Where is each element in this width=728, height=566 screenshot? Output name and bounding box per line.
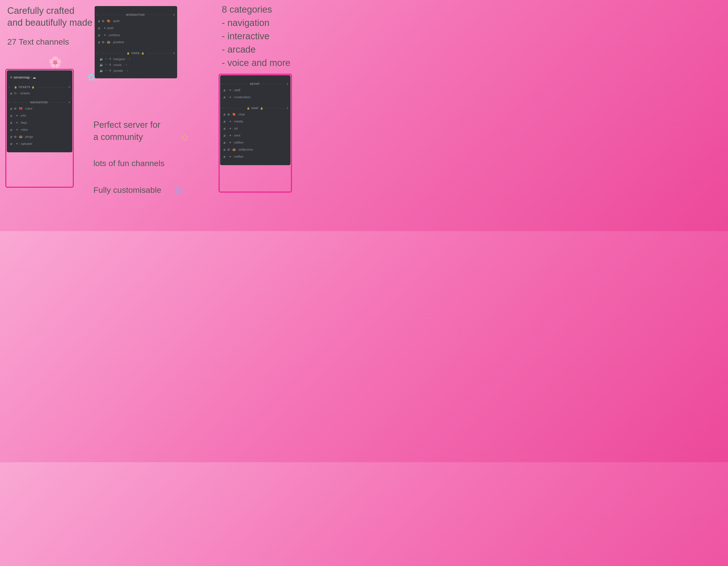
plus-chat[interactable]: + <box>286 106 289 110</box>
category-interactive: › INTERACTIVE! + <box>95 9 177 18</box>
tickets-label: TICKETS <box>18 86 30 89</box>
interactive-label: INTERACTIVE! <box>126 13 145 16</box>
hash-vent: # <box>223 133 225 138</box>
confess-icons: · ✦ · <box>102 33 108 37</box>
hash-qotd: # <box>98 19 100 24</box>
aotd-name: aotd <box>107 26 113 31</box>
plus-interactive[interactable]: + <box>173 13 175 17</box>
channel-pings: # ✿ · 🍩 · pings <box>7 133 72 140</box>
hash-selfies2: # <box>223 154 225 159</box>
headline-line1: Carefully crafted <box>7 6 74 16</box>
staff-icons: · ✦ · <box>227 88 233 92</box>
hash-roles: # <box>10 127 12 132</box>
vol-private: 🔉 <box>99 69 104 73</box>
channel-staff: # · ✦ · staff <box>220 87 290 94</box>
channel-uploads: # · ✦ · uploads <box>7 140 72 148</box>
right-list-item3: - arcade <box>222 44 256 55</box>
lock-icon-tickets2: 🔒 <box>32 86 35 89</box>
category-tickets: › 🔒 TICKETS 🔒 + <box>7 82 72 90</box>
uploads-icons: · ✦ · <box>14 142 20 146</box>
voice-music: 🔉 └─ 9 · music · ♀ <box>95 62 177 68</box>
hash-staff: # <box>223 88 225 93</box>
music-suffix: · ♀ <box>124 63 128 66</box>
channel-art: # · ✦ · art <box>220 125 290 132</box>
right-list-item2: - interactive <box>222 31 269 41</box>
spacer-setup-left <box>225 84 248 84</box>
category-voice: › 🔒 VOICE 🔒 + <box>95 48 177 56</box>
right-list-title: 8 categories <box>222 4 272 15</box>
chevron-tickets: › <box>9 86 10 88</box>
spacer-nav-right <box>50 102 66 103</box>
channel-vent: # · ✦ · vent <box>220 132 290 139</box>
hash-confess: # <box>98 33 100 38</box>
pings-icons: ✿ · 🍩 · <box>14 135 24 139</box>
channel-media: # · ✦ · media <box>220 118 290 125</box>
voice-label: VOICE <box>131 52 140 55</box>
spacer-tickets <box>37 87 66 87</box>
lock-chat2: 🔒 <box>260 107 263 110</box>
channel-positive: # ✿ · 🍩 · positive <box>95 39 177 46</box>
spacer-setup-right <box>262 84 284 84</box>
lock-voice2: 🔒 <box>141 52 144 55</box>
lock-voice: 🔒 <box>127 52 130 55</box>
private-suffix: · ♀ <box>125 69 129 72</box>
vol-hangout: 🔉 <box>99 57 104 61</box>
navigation-label: NAVIGATION! <box>30 101 48 104</box>
rules-icons: ✿ · 🎀 · <box>14 107 24 111</box>
moderation-name: moderation <box>234 95 251 100</box>
channel-aotd: # · ✦ aotd <box>95 25 177 32</box>
hash-tickets: # <box>10 91 12 96</box>
panel-right: › SETUP! + # · ✦ · staff # · ✦ · moderat… <box>220 75 290 165</box>
uploads-name: uploads <box>21 142 32 146</box>
servermap-label: servermap · ☁ <box>14 75 36 79</box>
chat-name: chat <box>239 112 245 117</box>
plus-tickets[interactable]: + <box>68 85 70 89</box>
setup-label: SETUP! <box>250 82 260 85</box>
servermap-row: # servermap · ☁ <box>7 74 72 81</box>
selfpromo-icons: ✿ · 🍩 · <box>227 148 238 152</box>
plus-setup[interactable]: + <box>286 82 289 86</box>
chevron-interactive: › <box>97 14 98 16</box>
lock-icon-tickets: 🔒 <box>14 86 17 89</box>
pings-name: pings <box>25 135 33 139</box>
flower-deco-1: 🌸 <box>49 56 62 68</box>
hash-chat: # <box>223 112 225 117</box>
chevron-nav: › <box>9 101 10 104</box>
voice-hangout: 🔉 └─ 9 · hangout · ♀ <box>95 56 177 62</box>
hash-pings: # <box>10 134 12 140</box>
center-text: Perfect server for a community <box>93 119 160 143</box>
chat-icons: ✿ · 🍓 · <box>227 113 238 117</box>
category-navigation: › NAVIGATION! + <box>7 97 72 105</box>
center-line2: a community <box>93 132 143 142</box>
channel-confess: # · ✦ · confess <box>95 32 177 39</box>
chat-label: CHAT <box>251 107 258 110</box>
category-setup: › SETUP! + <box>220 79 290 87</box>
arrow-hangout: └─ <box>105 58 108 60</box>
channel-chat: # ✿ · 🍓 · chat <box>220 111 290 118</box>
hash-aotd: # <box>98 26 100 31</box>
selfies-icons: · ✦ · <box>227 141 233 145</box>
arrow-private: └─ <box>105 69 108 72</box>
panel-center: › INTERACTIVE! + # ✿ · 🍓 · qotd # · ✦ ao… <box>95 6 177 78</box>
panel-left: # servermap · ☁ › 🔒 TICKETS 🔒 + # 9♀ · t… <box>7 70 72 152</box>
art-icons: · ✦ · <box>227 127 233 131</box>
aotd-icons: · ✦ <box>102 26 106 30</box>
center-text3: Fully customisable <box>93 184 161 196</box>
plus-nav[interactable]: + <box>68 100 70 104</box>
category-chat: › 🔒 CHAT 🔒 + <box>220 103 290 111</box>
channel-rules: # ✿ · 🎀 · rules <box>7 105 72 112</box>
hash-selfpromo: # <box>223 147 225 152</box>
plus-voice[interactable]: + <box>173 51 175 55</box>
flower-deco-3: ✿ <box>181 132 189 143</box>
chevron-setup: › <box>222 83 223 85</box>
music-icons: 9 · <box>109 63 113 66</box>
rules-name: rules <box>25 107 32 111</box>
flower-deco-2: ✿ <box>87 72 96 83</box>
chevron-voice: › <box>97 52 98 54</box>
channel-info: # · ✦ · info <box>7 112 72 119</box>
center-text2: lots of fun channels <box>93 158 165 169</box>
info-icons: · ✦ · <box>14 114 20 118</box>
hash-media: # <box>223 119 225 124</box>
selfies2-name: selfies <box>234 155 243 159</box>
info-name: info <box>21 114 26 118</box>
